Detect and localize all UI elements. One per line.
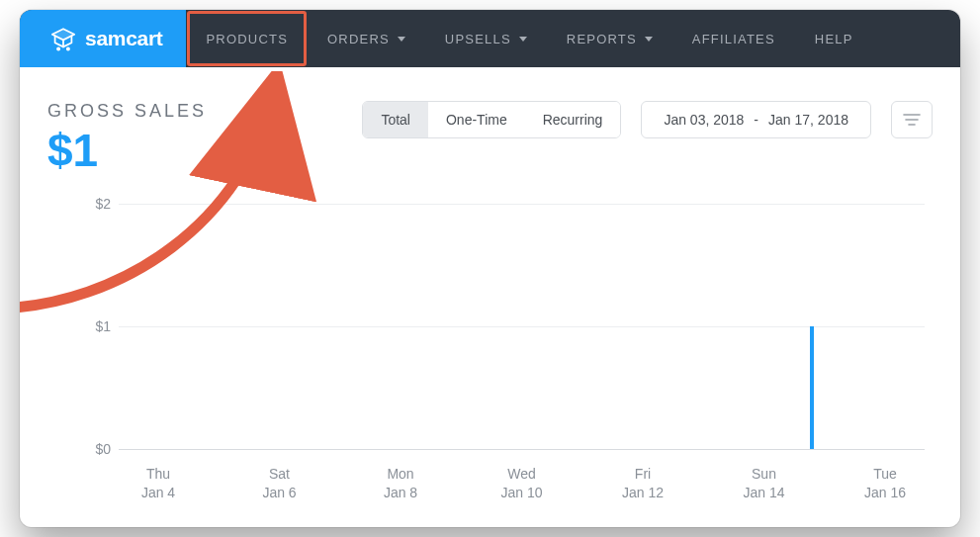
content: GROSS SALES $1 Total One-Time Recurring … — [20, 67, 960, 518]
nav-items: PRODUCTS ORDERS UPSELLS REPORTS AFFILIAT… — [186, 10, 872, 67]
x-tick: ThuJan 4 — [119, 465, 198, 502]
chart-bar[interactable] — [810, 326, 814, 449]
filter-button[interactable] — [891, 101, 933, 138]
nav-item-products[interactable]: PRODUCTS — [186, 10, 308, 67]
tab-total[interactable]: Total — [363, 102, 428, 137]
chevron-down-icon — [519, 37, 527, 42]
nav-label: REPORTS — [567, 32, 637, 46]
date-to: Jan 17, 2018 — [768, 112, 848, 128]
date-from: Jan 03, 2018 — [664, 112, 744, 128]
nav-item-upsells[interactable]: UPSELLS — [425, 10, 547, 67]
x-tick: SunJan 14 — [725, 465, 804, 502]
x-tick: MonJan 8 — [361, 465, 440, 502]
controls-row: GROSS SALES $1 Total One-Time Recurring … — [47, 101, 933, 176]
nav-label: AFFILIATES — [692, 32, 775, 46]
y-tick: $0 — [71, 441, 111, 457]
metric-value: $1 — [47, 126, 275, 176]
x-tick: FriJan 12 — [603, 465, 682, 502]
nav-label: HELP — [815, 32, 853, 46]
brand-logo[interactable]: samcart — [20, 10, 186, 67]
gridline — [119, 326, 925, 327]
y-tick: $2 — [71, 196, 111, 212]
chevron-down-icon — [398, 37, 405, 42]
nav-item-affiliates[interactable]: AFFILIATES — [672, 10, 795, 67]
chevron-down-icon — [645, 37, 653, 42]
metric-block: GROSS SALES $1 — [47, 101, 275, 176]
x-tick: WedJan 10 — [483, 465, 562, 502]
baseline — [119, 449, 925, 450]
tab-recurring[interactable]: Recurring — [525, 102, 621, 137]
y-tick: $1 — [71, 318, 111, 334]
plot-area — [119, 192, 925, 449]
nav-item-help[interactable]: HELP — [795, 10, 873, 67]
x-tick: TueJan 16 — [846, 465, 925, 502]
nav-label: UPSELLS — [445, 32, 511, 46]
x-axis-labels: ThuJan 4SatJan 6MonJan 8WedJan 10FriJan … — [119, 465, 925, 502]
sales-chart: $2 $1 $0 ThuJan 4SatJan 6MonJan 8WedJan … — [47, 192, 933, 508]
svg-point-1 — [67, 47, 69, 49]
brand-name: samcart — [85, 27, 162, 50]
tab-onetime[interactable]: One-Time — [428, 102, 525, 137]
x-tick: SatJan 6 — [240, 465, 319, 502]
nav-item-orders[interactable]: ORDERS — [308, 10, 425, 67]
cart-icon — [49, 25, 77, 52]
filter-icon — [903, 113, 921, 127]
nav-label: ORDERS — [327, 32, 390, 46]
sales-type-tabs: Total One-Time Recurring — [362, 101, 621, 138]
svg-point-0 — [57, 47, 59, 49]
app-window: samcart PRODUCTS ORDERS UPSELLS REPORTS … — [20, 10, 960, 527]
nav-label: PRODUCTS — [206, 32, 288, 46]
top-nav: samcart PRODUCTS ORDERS UPSELLS REPORTS … — [20, 10, 960, 67]
nav-item-reports[interactable]: REPORTS — [547, 10, 672, 67]
gridline — [119, 204, 925, 205]
metric-title: GROSS SALES — [47, 101, 275, 122]
date-range-picker[interactable]: Jan 03, 2018 - Jan 17, 2018 — [641, 101, 871, 138]
date-separator: - — [754, 112, 758, 128]
